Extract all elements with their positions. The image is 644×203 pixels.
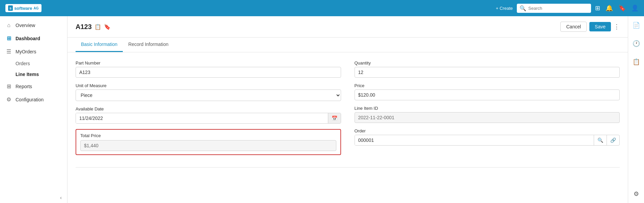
right-panel-clipboard-icon[interactable]: 📋 bbox=[630, 55, 643, 68]
logo[interactable]: s software AG bbox=[5, 4, 41, 12]
search-bar: 🔍 bbox=[517, 4, 591, 13]
order-group: Order 🔍 🔗 bbox=[355, 128, 620, 146]
sidebar-label-myorders: MyOrders bbox=[16, 49, 36, 54]
tab-bar: Basic Information Record Information bbox=[67, 37, 628, 52]
record-icon-profile[interactable]: 📋 bbox=[94, 24, 101, 30]
tab-record-information[interactable]: Record Information bbox=[123, 37, 174, 52]
quantity-group: Quantity bbox=[355, 60, 620, 78]
home-icon: ⌂ bbox=[5, 22, 12, 28]
logo-icon: s bbox=[8, 5, 13, 11]
total-price-input bbox=[80, 140, 336, 151]
create-button[interactable]: + Create bbox=[496, 6, 513, 11]
tab-basic-information[interactable]: Basic Information bbox=[76, 37, 123, 52]
form-row-1: Part Number Unit of Measure Piece Box Un… bbox=[76, 60, 620, 160]
sidebar-label-lineitems: Line Items bbox=[16, 72, 39, 77]
record-header: A123 📋 🔖 Cancel Save ⋮ bbox=[67, 16, 628, 37]
grid-icon[interactable]: ⊞ bbox=[595, 4, 600, 12]
sidebar-label-overview: Overview bbox=[16, 23, 35, 28]
right-panel-history-icon[interactable]: 🕐 bbox=[630, 37, 643, 50]
logo-superscript: AG bbox=[34, 6, 39, 10]
part-number-input[interactable] bbox=[76, 67, 341, 78]
more-options-button[interactable]: ⋮ bbox=[614, 23, 620, 30]
sidebar-item-dashboard[interactable]: ⊞ Dashboard bbox=[0, 32, 67, 45]
sidebar-label-dashboard: Dashboard bbox=[16, 36, 40, 41]
bell-icon[interactable]: 🔔 bbox=[606, 4, 613, 12]
right-panel-settings-icon[interactable]: ⚙ bbox=[631, 187, 642, 200]
dashboard-icon: ⊞ bbox=[5, 35, 12, 42]
main-content: A123 📋 🔖 Cancel Save ⋮ Basic Information… bbox=[67, 16, 628, 203]
record-title: A123 bbox=[76, 23, 92, 31]
config-icon: ⚙ bbox=[5, 96, 12, 103]
total-price-label: Total Price bbox=[80, 133, 336, 138]
order-search-button[interactable]: 🔍 bbox=[594, 135, 607, 145]
sidebar-item-overview[interactable]: ⌂ Overview bbox=[0, 19, 67, 32]
available-date-group: Available Date 📅 bbox=[76, 106, 341, 124]
record-icon-bookmark[interactable]: 🔖 bbox=[104, 24, 111, 30]
reports-icon: ⊞ bbox=[5, 83, 12, 90]
user-icon[interactable]: 👤 bbox=[631, 4, 639, 12]
unit-of-measure-select[interactable]: Piece Box Unit Each bbox=[76, 90, 341, 101]
sidebar-item-configuration[interactable]: ⚙ Configuration bbox=[0, 93, 67, 106]
top-navigation: s software AG + Create 🔍 ⊞ 🔔 🔖 👤 bbox=[0, 0, 644, 16]
price-group: Price bbox=[355, 83, 620, 100]
search-input[interactable] bbox=[528, 6, 588, 11]
unit-of-measure-label: Unit of Measure bbox=[76, 83, 341, 88]
form-divider bbox=[76, 167, 620, 168]
sidebar-label-orders: Orders bbox=[16, 61, 30, 66]
app-layout: ⌂ Overview ⊞ Dashboard ☰ MyOrders Orders… bbox=[0, 16, 644, 203]
bookmark-icon[interactable]: 🔖 bbox=[618, 4, 626, 12]
sidebar-item-myorders[interactable]: ☰ MyOrders bbox=[0, 45, 67, 58]
sidebar-collapse-button[interactable]: ‹ bbox=[0, 192, 67, 203]
line-item-id-group: Line Item ID bbox=[355, 106, 620, 123]
list-icon: ☰ bbox=[5, 48, 12, 55]
order-label: Order bbox=[355, 128, 620, 133]
search-icon: 🔍 bbox=[520, 5, 526, 11]
save-button[interactable]: Save bbox=[589, 22, 611, 31]
sidebar-item-orders[interactable]: Orders bbox=[0, 58, 67, 69]
line-item-id-input bbox=[355, 112, 620, 123]
order-link-button[interactable]: 🔗 bbox=[607, 135, 619, 145]
right-panel-doc-icon[interactable]: 📄 bbox=[630, 19, 643, 32]
form-right-col: Quantity Price Line Item ID Order bbox=[355, 60, 620, 160]
total-price-group: Total Price bbox=[76, 129, 341, 155]
line-item-id-label: Line Item ID bbox=[355, 106, 620, 111]
price-label: Price bbox=[355, 83, 620, 88]
calendar-button[interactable]: 📅 bbox=[328, 113, 341, 123]
quantity-input[interactable] bbox=[355, 67, 620, 78]
sidebar-item-lineitems[interactable]: Line Items bbox=[0, 69, 67, 80]
part-number-group: Part Number bbox=[76, 60, 341, 78]
part-number-label: Part Number bbox=[76, 60, 341, 66]
right-panel: 📄 🕐 📋 ⚙ bbox=[628, 16, 644, 203]
quantity-label: Quantity bbox=[355, 60, 620, 66]
available-date-label: Available Date bbox=[76, 106, 341, 111]
collapse-icon: ‹ bbox=[60, 195, 62, 200]
sidebar-label-configuration: Configuration bbox=[16, 97, 44, 102]
cancel-button[interactable]: Cancel bbox=[560, 22, 587, 32]
form-area: Part Number Unit of Measure Piece Box Un… bbox=[67, 52, 628, 178]
logo-text: software bbox=[14, 6, 32, 11]
sidebar-label-reports: Reports bbox=[16, 84, 32, 89]
top-nav-icons: ⊞ 🔔 🔖 👤 bbox=[595, 4, 639, 12]
available-date-wrapper: 📅 bbox=[76, 113, 341, 124]
available-date-input[interactable] bbox=[76, 113, 328, 123]
record-header-icons: 📋 🔖 bbox=[94, 24, 111, 30]
sidebar-item-reports[interactable]: ⊞ Reports bbox=[0, 80, 67, 93]
order-input[interactable] bbox=[355, 135, 594, 145]
sidebar: ⌂ Overview ⊞ Dashboard ☰ MyOrders Orders… bbox=[0, 16, 67, 203]
order-input-wrapper: 🔍 🔗 bbox=[355, 135, 620, 146]
price-input[interactable] bbox=[355, 90, 620, 100]
form-left-col: Part Number Unit of Measure Piece Box Un… bbox=[76, 60, 341, 160]
unit-of-measure-group: Unit of Measure Piece Box Unit Each bbox=[76, 83, 341, 101]
